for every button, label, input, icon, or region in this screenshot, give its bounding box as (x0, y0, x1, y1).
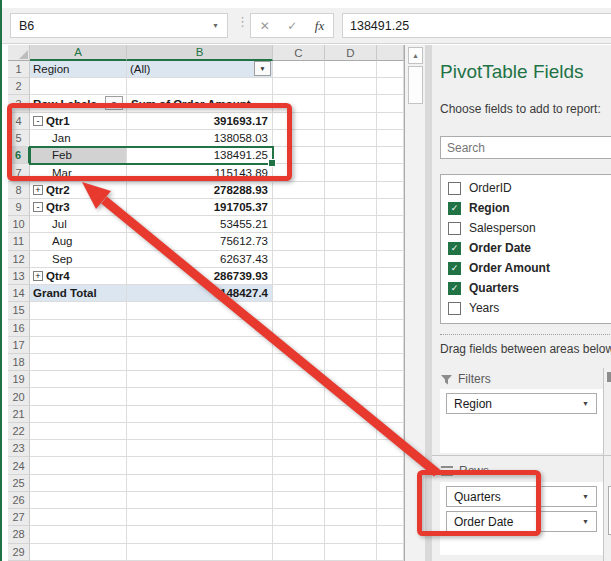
cell[interactable]: 75612.73 (127, 233, 273, 250)
search-input[interactable] (440, 136, 611, 159)
cell[interactable] (30, 406, 127, 423)
cell[interactable] (377, 388, 404, 405)
cell[interactable] (30, 440, 127, 457)
field-checkbox[interactable]: ✓ (448, 242, 461, 255)
cell[interactable] (377, 147, 404, 164)
cell[interactable] (30, 371, 127, 388)
field-checkbox[interactable] (448, 182, 461, 195)
cell[interactable] (273, 320, 325, 337)
row-header-24[interactable]: 24 (8, 457, 30, 474)
cell[interactable] (273, 61, 325, 78)
area-field-pill[interactable]: Quarters▼ (446, 486, 597, 507)
row-header-20[interactable]: 20 (8, 388, 30, 405)
row-header-10[interactable]: 10 (8, 216, 30, 233)
select-all-corner[interactable] (8, 45, 30, 61)
cell[interactable]: -Qtr3 (30, 199, 127, 216)
field-item[interactable]: Years (441, 298, 611, 318)
field-checkbox[interactable]: ✓ (448, 282, 461, 295)
row-header-3[interactable]: 3 (8, 95, 30, 112)
report-filter-dropdown-icon[interactable]: ▼ (254, 61, 271, 76)
row-header-12[interactable]: 12 (8, 251, 30, 268)
cell[interactable] (127, 492, 273, 509)
row-header-18[interactable]: 18 (8, 354, 30, 371)
cell[interactable] (377, 233, 404, 250)
expand-icon[interactable]: + (33, 271, 43, 281)
cell[interactable] (325, 216, 377, 233)
cell[interactable]: Grand Total (30, 285, 127, 302)
row-header-9[interactable]: 9 (8, 199, 30, 216)
row-header-16[interactable]: 16 (8, 320, 30, 337)
cell[interactable]: Sum of Order Amount (127, 95, 273, 112)
cell[interactable] (127, 509, 273, 526)
cell[interactable] (377, 251, 404, 268)
row-header-8[interactable]: 8 (8, 182, 30, 199)
cell[interactable] (30, 354, 127, 371)
cell[interactable] (273, 285, 325, 302)
cell[interactable]: 62637.43 (127, 251, 273, 268)
cell[interactable] (273, 492, 325, 509)
cell[interactable] (325, 475, 377, 492)
cell[interactable] (377, 440, 404, 457)
cell[interactable] (325, 95, 377, 112)
cell[interactable] (127, 371, 273, 388)
row-header-26[interactable]: 26 (8, 492, 30, 509)
cell[interactable] (30, 509, 127, 526)
cell[interactable] (325, 130, 377, 147)
cell[interactable]: 286739.93 (127, 268, 273, 285)
row-header-27[interactable]: 27 (8, 509, 30, 526)
cell[interactable] (377, 199, 404, 216)
cell[interactable]: 391693.17 (127, 113, 273, 130)
collapse-icon[interactable]: - (33, 116, 43, 126)
field-item[interactable]: ✓Region (441, 198, 611, 218)
cell[interactable]: Sep (30, 251, 127, 268)
cell[interactable] (273, 440, 325, 457)
cell[interactable] (325, 509, 377, 526)
cell[interactable] (325, 337, 377, 354)
cell[interactable] (377, 509, 404, 526)
cell[interactable] (273, 164, 325, 181)
cell[interactable] (325, 285, 377, 302)
cell[interactable] (325, 147, 377, 164)
cell[interactable] (273, 544, 325, 561)
cell[interactable] (325, 526, 377, 543)
cell[interactable] (377, 182, 404, 199)
cell[interactable] (127, 337, 273, 354)
cell[interactable] (273, 216, 325, 233)
cell[interactable] (325, 61, 377, 78)
cell[interactable] (377, 320, 404, 337)
cell[interactable] (273, 251, 325, 268)
cell[interactable] (325, 371, 377, 388)
cell[interactable] (127, 423, 273, 440)
cell[interactable] (30, 457, 127, 474)
name-box[interactable]: B6 ▼ (10, 13, 228, 38)
cell[interactable]: Aug (30, 233, 127, 250)
row-header-28[interactable]: 28 (8, 526, 30, 543)
cell[interactable] (377, 354, 404, 371)
cell[interactable] (377, 423, 404, 440)
cancel-icon[interactable]: ✕ (260, 19, 270, 33)
area-field-pill[interactable]: Order Date▼ (446, 511, 597, 532)
cell[interactable]: Region (30, 61, 127, 78)
field-checkbox[interactable]: ✓ (448, 262, 461, 275)
cell[interactable] (273, 182, 325, 199)
cell[interactable] (30, 302, 127, 319)
cell[interactable] (273, 457, 325, 474)
chevron-down-icon[interactable]: ▼ (582, 518, 589, 525)
cell[interactable] (377, 164, 404, 181)
row-header-25[interactable]: 25 (8, 475, 30, 492)
column-header-partial[interactable] (377, 45, 404, 61)
cell[interactable]: Mar (30, 164, 127, 181)
cell[interactable] (273, 147, 325, 164)
cell[interactable] (127, 302, 273, 319)
cell[interactable] (325, 78, 377, 95)
cell[interactable] (325, 233, 377, 250)
field-item[interactable]: OrderID (441, 178, 611, 198)
field-checkbox[interactable] (448, 222, 461, 235)
cell[interactable] (325, 113, 377, 130)
cell[interactable] (127, 475, 273, 492)
cell[interactable] (325, 440, 377, 457)
cell[interactable] (30, 492, 127, 509)
cell[interactable] (325, 406, 377, 423)
cell[interactable] (273, 509, 325, 526)
enter-icon[interactable]: ✓ (287, 19, 297, 33)
